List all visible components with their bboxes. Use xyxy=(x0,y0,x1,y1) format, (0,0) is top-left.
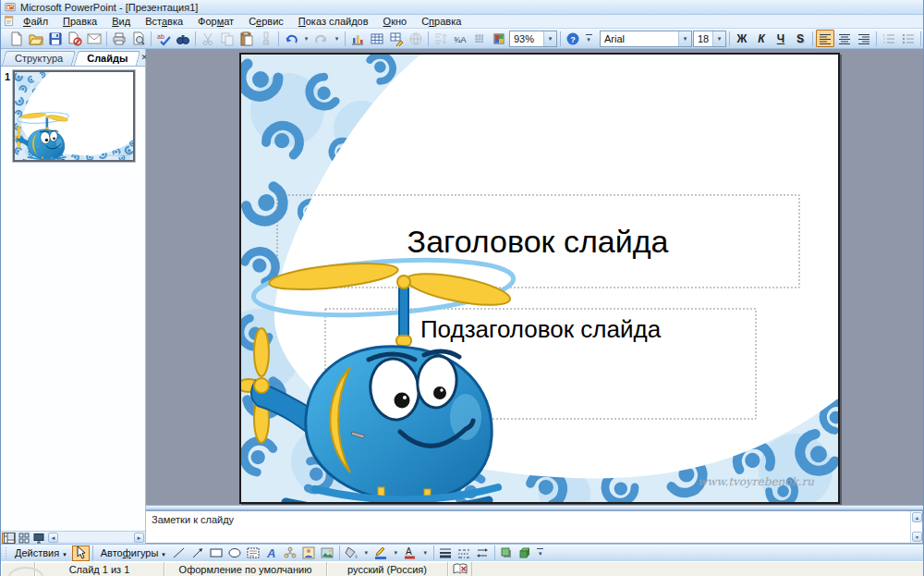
line-style-button[interactable] xyxy=(437,545,455,561)
dash-style-button[interactable] xyxy=(456,545,473,561)
insert-clip-art-button[interactable] xyxy=(300,545,318,561)
font-name-dropdown-arrow[interactable] xyxy=(678,31,691,46)
normal-view-button[interactable] xyxy=(2,533,16,544)
email-button[interactable] xyxy=(85,30,103,47)
slide-subtitle-text[interactable]: Подзаголовок слайда xyxy=(420,315,662,343)
grid-icon xyxy=(472,31,487,46)
notes-placeholder[interactable]: Заметки к слайду xyxy=(146,511,910,543)
tables-borders-button[interactable] xyxy=(387,30,406,47)
underline-button[interactable]: Ч xyxy=(772,30,790,47)
redo-dropdown[interactable] xyxy=(332,30,342,47)
draw-actions-button[interactable]: Действия xyxy=(10,545,71,561)
font-size-combobox[interactable]: 18 xyxy=(693,31,726,47)
notes-scroll-up[interactable]: ▲ xyxy=(912,512,922,522)
tab-outline[interactable]: Структура xyxy=(4,51,74,66)
oval-tool-button[interactable] xyxy=(226,545,244,561)
menu-format[interactable]: Формат xyxy=(191,15,240,28)
toolbar-options-button[interactable] xyxy=(583,30,594,47)
3d-style-button[interactable] xyxy=(517,545,534,561)
research-button[interactable] xyxy=(174,30,192,47)
menu-help[interactable]: Справка xyxy=(415,15,468,28)
format-painter-button[interactable] xyxy=(257,30,275,47)
zoom-dropdown-arrow[interactable] xyxy=(543,31,556,46)
insert-diagram-button[interactable] xyxy=(282,545,299,561)
align-center-icon xyxy=(837,31,852,46)
slide-thumbnail[interactable] xyxy=(13,70,135,162)
open-button[interactable] xyxy=(27,30,45,47)
spelling-button[interactable]: ab xyxy=(154,30,173,47)
fill-color-button[interactable] xyxy=(343,545,360,561)
horizontal-scrollbar[interactable]: ◄ ► xyxy=(48,533,144,544)
help-button[interactable]: ? xyxy=(564,30,582,47)
insert-chart-button[interactable] xyxy=(348,30,367,47)
draw-font-color-button[interactable]: А xyxy=(402,545,419,561)
status-design-name[interactable]: Оформление по умолчанию xyxy=(164,562,327,576)
slide-canvas[interactable]: Заголовок слайда Подзаголовок слайда xyxy=(239,53,840,504)
new-button[interactable] xyxy=(7,30,26,47)
tab-slides[interactable]: Слайды xyxy=(76,51,139,66)
drawing-toolbar-grip[interactable] xyxy=(5,546,7,559)
select-objects-button[interactable] xyxy=(72,545,90,561)
print-button[interactable] xyxy=(110,30,128,47)
insert-picture-button[interactable] xyxy=(319,545,336,561)
bold-button[interactable]: Ж xyxy=(733,30,751,47)
drawbar-options-button[interactable] xyxy=(535,545,546,562)
print-preview-button[interactable] xyxy=(129,30,148,47)
arrow-tool-button[interactable] xyxy=(189,545,207,561)
align-center-button[interactable] xyxy=(835,30,854,47)
fill-color-dropdown[interactable] xyxy=(361,545,371,562)
line-color-dropdown[interactable] xyxy=(391,545,401,562)
menu-view[interactable]: Вид xyxy=(105,15,137,28)
notes-pane: Заметки к слайду ▲ ▼ xyxy=(146,510,923,544)
undo-button[interactable] xyxy=(282,30,300,47)
font-size-dropdown-arrow[interactable] xyxy=(712,31,725,46)
undo-dropdown[interactable] xyxy=(301,30,311,47)
show-formatting-button[interactable]: ¾A xyxy=(451,30,469,47)
wordart-button[interactable]: A xyxy=(263,545,281,561)
align-left-button[interactable] xyxy=(816,30,834,47)
insert-table-button[interactable] xyxy=(368,30,386,47)
notes-scrollbar[interactable]: ▲ ▼ xyxy=(910,511,922,543)
font-name-combobox[interactable]: Arial xyxy=(600,31,692,47)
permission-button[interactable] xyxy=(66,30,84,47)
cut-button[interactable] xyxy=(199,30,217,47)
scroll-right-arrow[interactable]: ► xyxy=(134,533,144,543)
menu-edit[interactable]: Правка xyxy=(56,15,103,28)
zoom-combobox[interactable]: 93% xyxy=(509,31,557,47)
menu-insert[interactable]: Вставка xyxy=(139,15,189,28)
color-grayscale-button[interactable] xyxy=(490,30,508,47)
copy-button[interactable] xyxy=(218,30,237,47)
autoshapes-button[interactable]: Автофигуры xyxy=(96,545,170,561)
hyperlink-button[interactable] xyxy=(407,30,425,47)
align-right-button[interactable] xyxy=(855,30,873,47)
menu-tools[interactable]: Сервис xyxy=(242,15,290,28)
scroll-left-arrow[interactable]: ◄ xyxy=(48,533,58,543)
slideshow-view-button[interactable] xyxy=(31,533,45,544)
rectangle-tool-button[interactable] xyxy=(208,545,225,561)
save-button[interactable] xyxy=(46,30,65,47)
menu-window[interactable]: Окно xyxy=(377,15,414,28)
line-color-button[interactable] xyxy=(372,545,390,561)
text-shadow-button[interactable]: S xyxy=(791,30,809,47)
notes-scroll-down[interactable]: ▼ xyxy=(912,532,922,542)
grid-button[interactable] xyxy=(470,30,489,47)
expand-all-button[interactable] xyxy=(432,30,450,47)
draw-font-color-dropdown[interactable] xyxy=(420,545,431,562)
text-box-button[interactable] xyxy=(245,545,262,561)
scroll-track[interactable] xyxy=(58,533,134,542)
menu-file[interactable]: Файл xyxy=(17,15,55,28)
menu-slideshow[interactable]: Показ слайдов xyxy=(292,15,375,28)
arrow-style-button[interactable] xyxy=(474,545,492,561)
status-spellcheck[interactable] xyxy=(448,562,472,576)
shadow-style-button[interactable] xyxy=(498,545,516,561)
line-tool-button[interactable] xyxy=(171,545,188,561)
redo-button[interactable] xyxy=(312,30,331,47)
slide-title-text[interactable]: Заголовок слайда xyxy=(407,224,669,259)
status-language[interactable]: русский (Россия) xyxy=(327,562,448,576)
paste-button[interactable] xyxy=(237,30,256,47)
slide-sorter-view-button[interactable] xyxy=(17,533,30,544)
bullet-list-button[interactable] xyxy=(899,30,918,47)
permission-icon xyxy=(67,31,82,46)
italic-button[interactable]: К xyxy=(752,30,771,47)
numbered-list-button[interactable] xyxy=(880,30,898,47)
